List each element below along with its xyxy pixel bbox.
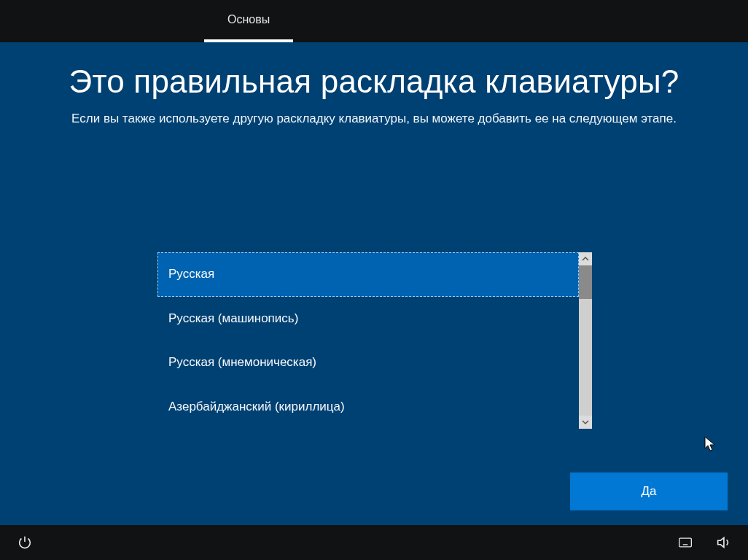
list-item-label: Русская xyxy=(168,267,214,281)
scrollbar[interactable] xyxy=(579,252,592,429)
confirm-button-label: Да xyxy=(642,484,657,498)
bottom-bar xyxy=(0,525,748,560)
confirm-button[interactable]: Да xyxy=(570,472,728,510)
keyboard-layout-list: Русская Русская (машинопись) Русская (мн… xyxy=(157,252,592,429)
tab-basics[interactable]: Основы xyxy=(204,0,293,42)
content-area: Это правильная раскладка клавиатуры? Есл… xyxy=(0,42,748,525)
bottom-bar-right xyxy=(677,534,732,551)
keyboard-icon[interactable] xyxy=(677,534,694,551)
list-item[interactable]: Русская (машинопись) xyxy=(157,297,579,341)
list-item-label: Азербайджанский (кириллица) xyxy=(168,400,345,414)
sound-icon[interactable] xyxy=(714,534,732,551)
power-icon[interactable] xyxy=(16,534,34,551)
top-bar: Основы xyxy=(0,0,748,42)
listbox[interactable]: Русская Русская (машинопись) Русская (мн… xyxy=(157,252,579,429)
oobe-screen: Основы Это правильная раскладка клавиату… xyxy=(0,0,748,560)
scroll-down-icon[interactable] xyxy=(579,416,592,429)
list-item[interactable]: Русская xyxy=(157,252,579,297)
svg-rect-0 xyxy=(679,538,692,547)
tab-label: Основы xyxy=(227,13,270,26)
page-subtitle: Если вы также используете другую расклад… xyxy=(31,112,717,126)
list-item[interactable]: Азербайджанский (кириллица) xyxy=(157,385,579,429)
list-item-label: Русская (мнемоническая) xyxy=(168,355,316,370)
bottom-bar-left xyxy=(16,534,34,551)
page-title: Это правильная раскладка клавиатуры? xyxy=(46,61,702,101)
list-item[interactable]: Русская (мнемоническая) xyxy=(157,341,579,385)
list-item-label: Русская (машинопись) xyxy=(168,311,298,326)
scroll-up-icon[interactable] xyxy=(579,252,592,265)
scroll-thumb[interactable] xyxy=(579,265,592,299)
